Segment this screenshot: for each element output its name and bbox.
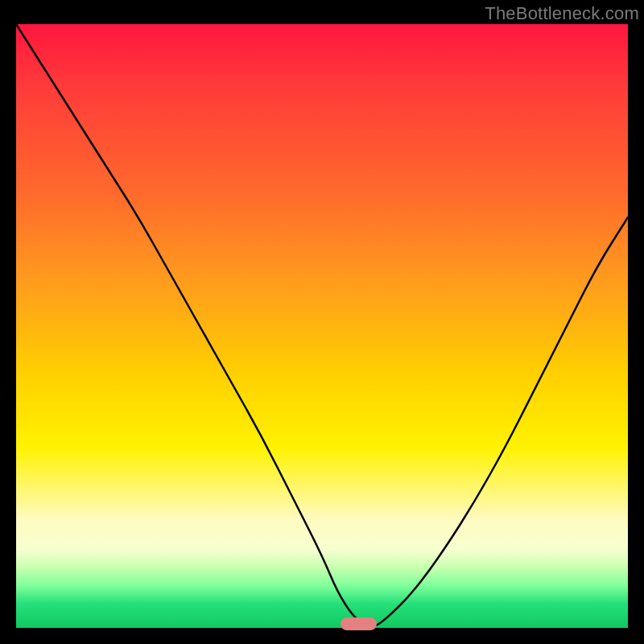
chart-frame: TheBottleneck.com <box>0 0 644 644</box>
optimal-marker <box>341 617 378 630</box>
plot-area <box>16 24 628 628</box>
bottleneck-curve <box>16 24 628 628</box>
watermark: TheBottleneck.com <box>485 3 639 24</box>
